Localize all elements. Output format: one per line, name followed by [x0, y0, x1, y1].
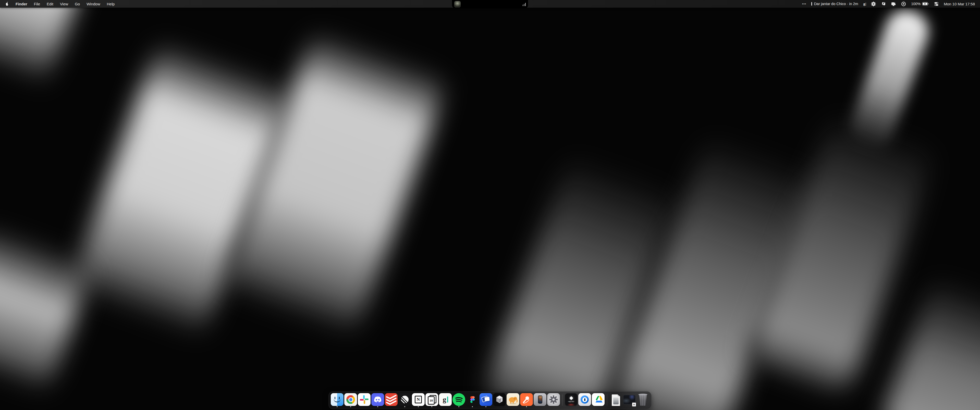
raycast-icon: raycast [565, 393, 578, 406]
menu-bar-left: Finder File Edit View Go Window Help [5, 2, 115, 6]
apple-menu[interactable] [5, 2, 9, 6]
battery-status[interactable]: 100% [911, 2, 929, 6]
dock-separator [562, 394, 563, 406]
running-indicator [431, 406, 432, 407]
raycast-label: raycast [568, 400, 574, 402]
dock-item-windows-app[interactable] [479, 393, 492, 407]
dock-item-3d-cube-app[interactable] [493, 393, 506, 407]
running-indicator [377, 406, 378, 407]
grammarly-g: g [863, 2, 865, 6]
grammarly-letter: g [443, 396, 446, 403]
wallpaper-band [0, 0, 84, 93]
menu-window[interactable]: Window [86, 2, 100, 6]
notion-letter: N [417, 397, 420, 402]
menu-view[interactable]: View [60, 2, 68, 6]
screenshot-thumbnail-icon: 11 [623, 393, 636, 406]
menu-app-name[interactable]: Finder [16, 2, 27, 6]
windows-app-icon [479, 393, 492, 406]
calendar-badge: 11 [632, 402, 636, 407]
menu-bar-status: ••• Dar jantar do Chico · in 2m g [802, 2, 975, 6]
notion-icon: N [412, 393, 425, 406]
discord-icon [371, 393, 384, 406]
dock-item-figma[interactable] [466, 393, 479, 407]
menu-help[interactable]: Help [107, 2, 115, 6]
running-indicator [337, 406, 338, 407]
slack-icon [358, 393, 371, 406]
raycast-diamond [569, 396, 573, 400]
dock-item-postgres-elephant-app[interactable] [507, 393, 519, 407]
battery-charging-icon [922, 2, 929, 6]
notion-calendar-date: 10 [430, 399, 433, 403]
menu-bar-clock[interactable]: Mon 10 Mar 17:58 [944, 2, 975, 6]
desktop-wallpaper [0, 0, 980, 410]
running-indicator [350, 406, 351, 407]
running-indicator [485, 406, 487, 407]
1password-icon [578, 393, 591, 406]
iphone-mirroring-icon [534, 393, 546, 406]
figma-icon [466, 393, 479, 406]
hidden-items-overflow[interactable]: ••• [802, 2, 807, 6]
dock-item-google-drive[interactable] [592, 393, 605, 407]
document-icon [609, 393, 622, 406]
event-text: Dar jantar do Chico · in 2m [814, 2, 858, 6]
notch-app-icon[interactable] [881, 2, 886, 6]
calendar-event-item[interactable]: Dar jantar do Chico · in 2m [811, 2, 858, 6]
dock-item-iphone-mirroring[interactable] [534, 393, 546, 407]
cube-3d-icon [493, 393, 506, 406]
running-indicator [526, 406, 527, 407]
postman-icon [520, 393, 533, 406]
chrome-icon [344, 393, 357, 406]
dock-separator [607, 394, 607, 406]
flower-icon[interactable] [871, 2, 876, 6]
dock-item-linear[interactable] [398, 393, 411, 407]
grammarly-cursor [865, 3, 866, 6]
dock-item-notion-calendar[interactable]: 10 [425, 393, 438, 407]
wallpaper-band [0, 221, 95, 396]
google-drive-icon [592, 393, 605, 406]
dock: N 10 g [328, 391, 652, 409]
menu-go[interactable]: Go [75, 2, 80, 6]
spotify-icon [452, 393, 465, 406]
dock-item-notion[interactable]: N [412, 393, 425, 407]
menu-file[interactable]: File [34, 2, 40, 6]
dock-item-spotify[interactable] [452, 393, 465, 407]
linear-icon [398, 393, 411, 406]
dock-item-raycast[interactable]: raycast [565, 393, 578, 407]
battery-percent: 100% [911, 2, 921, 6]
running-indicator [418, 406, 419, 407]
todoist-icon [385, 393, 398, 406]
grammarly-cursor-bar [447, 396, 448, 403]
dock-item-screenshot-thumbnail[interactable]: 11 [623, 393, 636, 407]
now-playing-album-art[interactable] [454, 1, 461, 7]
dock-item-slack[interactable] [358, 393, 371, 407]
running-indicator [472, 406, 473, 407]
dock-item-todoist[interactable] [385, 393, 398, 407]
dock-item-discord[interactable] [371, 393, 384, 407]
notch-now-playing[interactable] [452, 0, 528, 8]
dock-item-trash[interactable] [636, 393, 649, 407]
dock-item-system-settings[interactable] [547, 393, 560, 407]
dock-item-1password[interactable] [578, 393, 591, 407]
display-icon[interactable] [891, 2, 896, 6]
trash-icon [637, 393, 649, 407]
1password-icon[interactable] [901, 2, 906, 6]
control-center-icon[interactable] [934, 2, 939, 6]
grammarly-icon: g [439, 393, 452, 406]
dock-item-postman[interactable] [520, 393, 533, 407]
finder-icon [331, 393, 344, 406]
dock-item-finder[interactable] [331, 393, 344, 407]
elephant-icon [507, 393, 519, 406]
dock-item-document-file[interactable] [609, 393, 622, 407]
menu-edit[interactable]: Edit [47, 2, 53, 6]
grammarly-menu-icon[interactable]: g [863, 2, 866, 6]
apple-icon [5, 2, 9, 6]
notion-calendar-icon: 10 [425, 393, 438, 406]
event-color-bar [811, 2, 812, 6]
running-indicator [458, 406, 460, 407]
wallpaper-band [879, 274, 980, 410]
dock-item-grammarly[interactable]: g [439, 393, 452, 407]
wallpaper-band [845, 5, 934, 154]
gear-icon [547, 393, 560, 406]
dock-item-chrome[interactable] [344, 393, 357, 407]
running-indicator [404, 406, 405, 407]
